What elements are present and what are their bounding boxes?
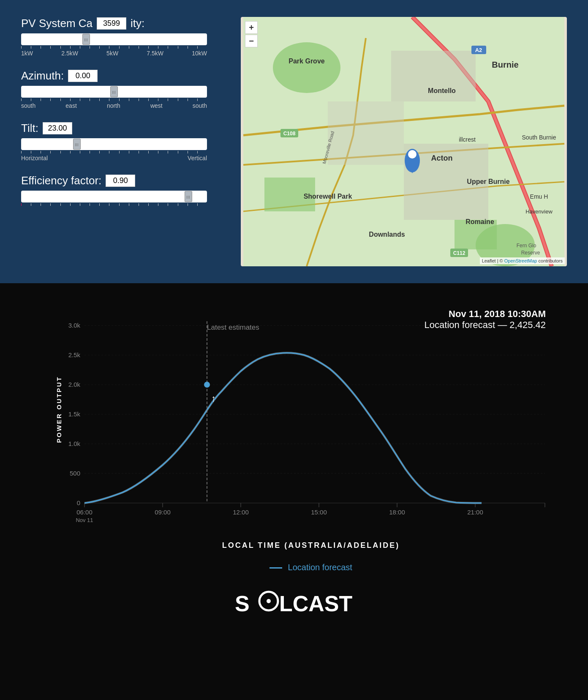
svg-text:Emu H: Emu H	[530, 193, 548, 200]
tick	[197, 203, 207, 206]
svg-text:illcrest: illcrest	[459, 136, 476, 143]
tick	[119, 46, 129, 49]
svg-text:Acton: Acton	[431, 154, 453, 162]
tick	[41, 46, 50, 49]
tick	[148, 203, 158, 206]
svg-rect-6	[328, 101, 404, 165]
pv-slider-track[interactable]	[21, 33, 207, 45]
tick	[129, 151, 139, 153]
tilt-tick-left: Horizontal	[21, 155, 48, 161]
map-container[interactable]: A2 C108 C112 Park Grove Burnie Montello …	[241, 17, 567, 266]
svg-text:Reserve: Reserve	[521, 250, 540, 256]
tick	[90, 151, 99, 153]
tilt-tick-row	[21, 151, 207, 153]
svg-text:Downlands: Downlands	[369, 231, 405, 238]
tick	[80, 151, 90, 153]
svg-text:2.5k: 2.5k	[68, 351, 81, 358]
efficiency-slider-track[interactable]	[21, 191, 207, 202]
tick	[197, 46, 207, 49]
tick	[80, 203, 90, 206]
tick	[158, 98, 168, 101]
tick	[41, 203, 50, 206]
pv-tick-2: 2.5kW	[61, 50, 78, 57]
az-tick-1: south	[21, 102, 35, 109]
azimuth-tick-labels: south east north west south	[21, 102, 207, 109]
azimuth-slider-track[interactable]	[21, 86, 207, 98]
map-attribution: Leaflet | © OpenStreetMap contributors	[480, 257, 565, 264]
svg-text:Fern Glo: Fern Glo	[517, 243, 536, 249]
tooltip-value-num: 2,425.42	[509, 320, 546, 330]
openstreetmap-link[interactable]: OpenStreetMap	[504, 258, 537, 263]
tick	[139, 203, 148, 206]
tick	[99, 203, 109, 206]
tick	[109, 46, 119, 49]
efficiency-slider-thumb[interactable]	[185, 191, 192, 202]
attribution-contributors: contributors	[539, 258, 563, 263]
chart-legend: Location forecast	[59, 563, 563, 572]
tilt-tick-right: Vertical	[188, 155, 207, 161]
tick	[50, 151, 60, 153]
pv-label-text2: ity:	[131, 17, 144, 30]
bottom-section: Nov 11, 2018 10:30AM Location forecast —…	[0, 283, 588, 700]
tick	[21, 151, 31, 153]
az-tick-3: north	[107, 102, 120, 109]
pv-tick-3: 5kW	[106, 50, 118, 57]
tilt-slider-track[interactable]	[21, 138, 207, 150]
tick	[21, 203, 31, 206]
pv-slider-thumb[interactable]	[82, 34, 90, 45]
controls-panel: PV System Ca 3599 ity: 1kW 2.5kW	[21, 17, 224, 266]
tick	[80, 46, 90, 49]
tick	[70, 151, 80, 153]
pv-label: PV System Ca 3599 ity:	[21, 17, 224, 30]
svg-text:LCAST: LCAST	[279, 591, 353, 615]
svg-text:Burnie: Burnie	[492, 60, 518, 69]
tick	[70, 203, 80, 206]
azimuth-value-box[interactable]: 0.00	[68, 70, 98, 82]
tilt-tick-labels: Horizontal Vertical	[21, 155, 207, 161]
svg-text:Romaine: Romaine	[466, 218, 494, 225]
tilt-slider-container: Horizontal Vertical	[21, 138, 224, 161]
tick	[139, 46, 148, 49]
pv-value-box[interactable]: 3599	[97, 17, 126, 30]
pv-tick-labels: 1kW 2.5kW 5kW 7.5kW 10kW	[21, 50, 207, 57]
svg-text:Montello: Montello	[428, 87, 456, 94]
azimuth-tick-row	[21, 98, 207, 101]
legend-label: Location forecast	[288, 563, 352, 572]
svg-text:Nov 11: Nov 11	[76, 517, 93, 523]
tooltip-label: Location forecast	[425, 320, 495, 330]
svg-text:A2: A2	[475, 47, 482, 53]
tick	[70, 98, 80, 101]
pv-system-group: PV System Ca 3599 ity: 1kW 2.5kW	[21, 17, 224, 57]
tick	[31, 46, 41, 49]
x-axis-label: LOCAL TIME (AUSTRALIA/ADELAIDE)	[59, 541, 563, 550]
tick	[178, 203, 188, 206]
tilt-value-box[interactable]: 23.00	[43, 122, 72, 134]
azimuth-slider-thumb[interactable]	[110, 86, 118, 97]
tick	[158, 46, 168, 49]
tick	[60, 46, 70, 49]
map-controls: + −	[245, 21, 258, 47]
tick	[188, 203, 197, 206]
tick	[41, 98, 50, 101]
zoom-in-button[interactable]: +	[245, 21, 258, 34]
tilt-slider-thumb[interactable]	[73, 139, 81, 150]
tick	[129, 98, 139, 101]
efficiency-tick-row	[21, 203, 207, 206]
tick	[158, 151, 168, 153]
azimuth-slider-container: south east north west south	[21, 86, 224, 109]
legend-line	[270, 567, 282, 569]
tick	[168, 203, 177, 206]
efficiency-value-box[interactable]: 0.90	[106, 175, 135, 187]
tilt-group: Tilt: 23.00 Horizontal Vertical	[21, 122, 224, 161]
chart-tooltip: Nov 11, 2018 10:30AM Location forecast —…	[425, 309, 546, 331]
tick	[21, 46, 31, 49]
zoom-out-button[interactable]: −	[245, 35, 258, 47]
chart-wrapper: Nov 11, 2018 10:30AM Location forecast —…	[25, 300, 563, 572]
tick	[31, 98, 41, 101]
tick	[60, 98, 70, 101]
tick	[90, 46, 99, 49]
efficiency-group: Efficiency factor: 0.90	[21, 174, 224, 206]
svg-text:1.5k: 1.5k	[68, 410, 81, 418]
svg-text:0: 0	[77, 499, 80, 506]
svg-text:Havenview: Havenview	[525, 208, 553, 215]
